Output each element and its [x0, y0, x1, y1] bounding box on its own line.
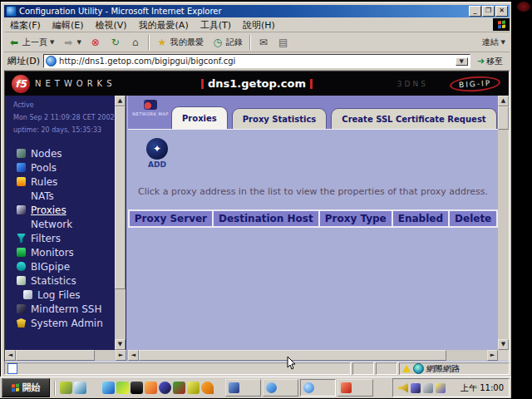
history-button[interactable]: ◷ 記錄: [208, 35, 247, 50]
status-zone-pane: 網際網路: [399, 362, 510, 375]
main-hscrollbar[interactable]: ◄ ►: [128, 350, 498, 361]
tab-create-ssl-certificate-request[interactable]: Create SSL Certificate Request: [331, 108, 496, 129]
quick-launch-icon[interactable]: [60, 382, 72, 394]
tray-icon[interactable]: [423, 383, 433, 393]
sidebar-item-network[interactable]: Network: [5, 217, 126, 231]
back-button[interactable]: ⬅ 上一頁 ▼: [4, 35, 58, 50]
tray-icon[interactable]: [398, 383, 408, 393]
page-content: f5 NETWORKS dns1.getop.com 3DNS BIG-IP A…: [4, 71, 510, 362]
quick-launch-icon[interactable]: [74, 382, 86, 394]
favorites-label: 我的最愛: [170, 37, 204, 48]
taskbar-window-button[interactable]: [225, 379, 261, 397]
col-proxy-server[interactable]: Proxy Server: [130, 211, 212, 226]
main-scrollbar[interactable]: ▲ ▼: [498, 96, 509, 350]
quick-launch-icon[interactable]: [131, 382, 143, 394]
go-button[interactable]: ➜ 移至: [474, 55, 506, 68]
sidebar-item-log-files[interactable]: Log Files: [5, 288, 126, 302]
maximize-button[interactable]: ❐: [482, 6, 495, 17]
sidebar-item-nodes[interactable]: Nodes: [5, 146, 126, 160]
sidebar-item-statistics[interactable]: Statistics: [5, 273, 126, 288]
taskbar-window-button[interactable]: [337, 379, 373, 397]
sidebar-scrollbar-thumb[interactable]: [115, 106, 126, 289]
address-dropdown-icon[interactable]: ▼: [456, 57, 468, 66]
quick-launch-icon[interactable]: [187, 382, 200, 394]
scroll-right-icon[interactable]: ►: [487, 350, 498, 361]
quick-launch-icon[interactable]: [159, 382, 171, 394]
nodes-icon: [17, 149, 26, 158]
col-destination-host[interactable]: Destination Host: [214, 211, 318, 226]
stop-button[interactable]: ⊗: [86, 35, 106, 50]
tray-icon[interactable]: [411, 383, 421, 393]
start-button[interactable]: 開始: [2, 378, 50, 397]
network-map-button[interactable]: NETWORK MAP: [131, 98, 170, 126]
mouse-cursor: [287, 356, 297, 371]
tray-icon[interactable]: [448, 383, 458, 393]
col-enabled[interactable]: Enabled: [393, 211, 448, 226]
refresh-button[interactable]: ↻: [106, 35, 126, 50]
menu-tools[interactable]: 工具(T): [195, 19, 237, 32]
tab-proxy-statistics[interactable]: Proxy Statistics: [232, 108, 328, 129]
menu-help[interactable]: 說明(H): [237, 19, 281, 32]
scroll-right-icon[interactable]: ►: [116, 350, 126, 361]
status-state: Active: [13, 99, 126, 111]
menu-edit[interactable]: 編輯(E): [47, 19, 90, 32]
sidebar-item-monitors[interactable]: Monitors: [5, 245, 126, 259]
quick-launch-icon[interactable]: [88, 382, 101, 394]
sidebar-scrollbar[interactable]: ▲ ▼: [115, 96, 126, 350]
proxy-table: Proxy Server Destination Host Proxy Type…: [128, 209, 498, 228]
browser-toolbar: ⬅ 上一頁 ▼ ➡ ▼ ⊗ ↻ ⌂ ★ 我的最愛 ◷ 記錄 ✉: [4, 32, 510, 52]
links-band[interactable]: 連結 ▼: [478, 35, 510, 50]
product-3dns[interactable]: 3DNS: [397, 80, 428, 88]
scroll-down-icon[interactable]: ▼: [115, 339, 126, 350]
sidebar-item-nats[interactable]: NATs: [5, 189, 126, 203]
quick-launch-icon[interactable]: [173, 382, 185, 394]
add-label: ADD: [143, 160, 171, 169]
sidebar-hscrollbar-thumb[interactable]: [16, 350, 95, 361]
scroll-up-icon[interactable]: ▲: [498, 96, 509, 106]
close-button[interactable]: ✕: [495, 6, 508, 17]
sidebar-hscrollbar[interactable]: ◄ ►: [5, 350, 126, 361]
tab-band: NETWORK MAP Proxies Proxy Statistics Cre…: [128, 96, 498, 129]
favorites-button[interactable]: ★ 我的最愛: [152, 35, 208, 50]
sidebar-item-rules[interactable]: Rules: [5, 175, 126, 189]
scroll-left-icon[interactable]: ◄: [5, 350, 16, 361]
sidebar-item-bigpipe[interactable]: BIGpipe: [5, 259, 126, 273]
proxies-panel: ✦ ADD Click a proxy address in the list …: [128, 129, 498, 350]
tab-proxies[interactable]: Proxies: [171, 106, 228, 129]
scroll-up-icon[interactable]: ▲: [115, 96, 126, 106]
sidebar-item-mindterm-ssh[interactable]: Mindterm SSH: [5, 302, 126, 316]
quick-launch-icon[interactable]: [145, 382, 157, 394]
product-bigip-selected[interactable]: BIG-IP: [449, 74, 500, 92]
sidebar-item-filters[interactable]: Filters: [5, 231, 126, 245]
add-proxy-button[interactable]: ✦ ADD: [143, 138, 171, 169]
home-button[interactable]: ⌂: [126, 35, 145, 50]
minimize-button[interactable]: _: [469, 6, 481, 17]
quick-launch-icon[interactable]: [102, 382, 115, 394]
sidebar-item-pools[interactable]: Pools: [5, 160, 126, 175]
scroll-down-icon[interactable]: ▼: [498, 339, 509, 350]
scroll-left-icon[interactable]: ◄: [128, 350, 139, 361]
tray-icon[interactable]: [436, 383, 446, 393]
quick-launch-icon[interactable]: [201, 382, 214, 394]
status-main-pane: [4, 362, 351, 375]
col-proxy-type[interactable]: Proxy Type: [320, 211, 392, 226]
clock[interactable]: 上午 11:00: [461, 382, 504, 394]
quick-launch-icon[interactable]: [116, 382, 129, 394]
mail-button[interactable]: ✉: [254, 35, 273, 50]
title-bar[interactable]: Configuration Utility - Microsoft Intern…: [4, 5, 510, 17]
sidebar-item-system-admin[interactable]: System Admin: [5, 316, 126, 330]
main-scrollbar-thumb[interactable]: [498, 106, 509, 130]
sidebar-item-proxies[interactable]: Proxies: [5, 203, 126, 217]
forward-dropdown-icon[interactable]: ▼: [76, 39, 81, 46]
menu-favorites[interactable]: 我的最愛(A): [133, 19, 195, 32]
back-dropdown-icon[interactable]: ▼: [50, 39, 54, 46]
taskbar-window-button[interactable]: [263, 379, 298, 397]
menu-view[interactable]: 檢視(V): [89, 19, 132, 32]
col-delete[interactable]: Delete: [450, 211, 496, 226]
menu-file[interactable]: 檔案(F): [4, 19, 47, 32]
print-button[interactable]: ▤: [273, 35, 293, 50]
taskbar-window-button-active[interactable]: [300, 379, 336, 397]
network-icon: [17, 219, 26, 229]
address-input[interactable]: http://dns1.getop.com/bigipgui/bigconf.c…: [43, 54, 470, 68]
forward-button[interactable]: ➡ ▼: [58, 35, 85, 50]
